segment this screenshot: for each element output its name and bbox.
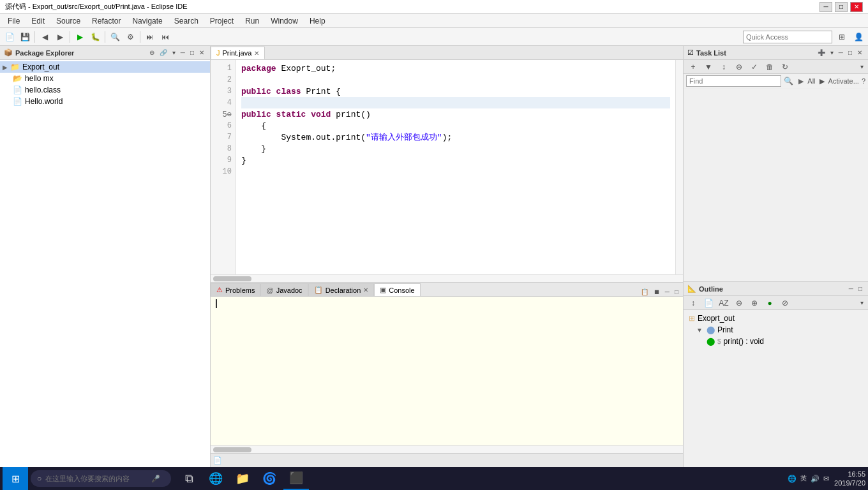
outline-method[interactable]: ⬤ $ print() : void	[686, 336, 865, 347]
taskbar-search[interactable]: ○ 🎤	[31, 470, 171, 487]
close-task-icon[interactable]: ✕	[855, 48, 864, 57]
quick-access-input[interactable]	[743, 31, 832, 43]
menu-project[interactable]: Project	[205, 15, 239, 27]
search-button[interactable]: 🔍	[108, 30, 122, 44]
task-new-btn[interactable]: +	[686, 60, 700, 74]
maximize-bottom[interactable]: □	[673, 288, 680, 296]
perspective-button[interactable]: 👤	[851, 30, 865, 44]
code-editor[interactable]: 1 2 3 4 5⊖ 6 7 8 9 10 package Exoprt_out…	[211, 60, 683, 274]
maximize-button[interactable]: □	[835, 2, 848, 12]
minimize-bottom[interactable]: ─	[663, 288, 671, 296]
tab-javadoc[interactable]: @ Javadoc	[260, 283, 308, 296]
outline-filter3-btn[interactable]: ⊘	[778, 296, 792, 310]
editor-tab-print-java[interactable]: J Print.java ✕	[211, 47, 265, 59]
tree-item-export-out[interactable]: ▶ 📁 Export_out	[0, 61, 210, 73]
console-toolbar-btn2[interactable]: ⏹	[652, 288, 662, 296]
menu-file[interactable]: File	[3, 15, 25, 27]
outline-filter1-btn[interactable]: ⊖	[732, 296, 746, 310]
outline-toolbar: ↕ 📄 AZ ⊖ ⊕ ● ⊘ ▾	[684, 296, 868, 310]
tab-declaration[interactable]: 📋 Declaration ✕	[308, 283, 375, 296]
link-editor-icon[interactable]: 🔗	[158, 48, 169, 57]
task-filter-btn[interactable]: ▼	[701, 60, 715, 74]
outline-green-btn[interactable]: ●	[763, 296, 777, 310]
outline-package[interactable]: ⊞ Exoprt_out	[686, 313, 865, 324]
search-icon[interactable]: 🔍	[784, 77, 793, 85]
task-mark-btn[interactable]: ✓	[747, 60, 761, 74]
refactor-button[interactable]: ⚙	[123, 30, 137, 44]
code-content[interactable]: package Exoprt_out; public class Print {…	[236, 60, 675, 274]
outline-sort-btn[interactable]: ↕	[686, 296, 700, 310]
new-button[interactable]: 📄	[3, 30, 17, 44]
next-button[interactable]: ⏭	[143, 30, 157, 44]
maximize-task-icon[interactable]: □	[846, 48, 854, 57]
close-icon[interactable]: ✕	[363, 286, 368, 293]
find-bar: 🔍 ▶ All ▶ Activate... ?	[684, 74, 868, 89]
minimize-button[interactable]: ─	[819, 2, 832, 12]
clock[interactable]: 16:55 2019/7/20	[834, 470, 865, 488]
taskbar-app-taskview[interactable]: ⧉	[176, 467, 202, 490]
task-sort-btn[interactable]: ↕	[717, 60, 731, 74]
outline-controls: ─ □	[847, 285, 864, 293]
console-toolbar-btn1[interactable]: 📋	[639, 288, 650, 296]
tab-problems[interactable]: ⚠ Problems	[211, 283, 260, 296]
outline-menu-btn[interactable]: ▾	[858, 299, 865, 307]
close-button[interactable]: ✕	[850, 2, 863, 12]
taskbar-app-explorer[interactable]: 📁	[230, 467, 255, 490]
console-horizontal-scrollbar[interactable]	[211, 445, 683, 453]
minimize-panel-icon[interactable]: ─	[179, 48, 187, 57]
toolbar-separator-1	[34, 31, 35, 43]
maximize-panel-icon[interactable]: □	[188, 48, 196, 57]
task-menu-btn[interactable]: ▾	[858, 63, 865, 71]
menu-search[interactable]: Search	[169, 15, 204, 27]
taskbar-app-browser[interactable]: 🌐	[203, 467, 228, 490]
maximize-outline-icon[interactable]: □	[857, 285, 864, 293]
activate-label[interactable]: Activate...	[828, 77, 859, 85]
taskbar-search-input[interactable]	[45, 475, 147, 482]
outline-az-btn[interactable]: AZ	[717, 296, 731, 310]
outline-class[interactable]: ▼ ⬤ Print	[686, 324, 865, 336]
editor-horizontal-scrollbar[interactable]	[211, 274, 683, 282]
minimize-outline-icon[interactable]: ─	[847, 285, 855, 293]
console-content[interactable]	[211, 297, 683, 445]
help-icon[interactable]: ?	[862, 77, 865, 85]
menu-refactor[interactable]: Refactor	[87, 15, 126, 27]
chevron-icon[interactable]: ▶	[798, 77, 804, 85]
menu-window[interactable]: Window	[266, 15, 303, 27]
taskbar-app-ie[interactable]: 🌀	[257, 467, 282, 490]
menu-icon[interactable]: ▾	[170, 48, 177, 57]
chevron-icon-2[interactable]: ▶	[819, 77, 825, 85]
menu-edit[interactable]: Edit	[26, 15, 50, 27]
open-perspective-button[interactable]: ⊞	[835, 30, 849, 44]
run-button[interactable]: ▶	[73, 30, 87, 44]
save-button[interactable]: 💾	[18, 30, 32, 44]
collapse-all-icon[interactable]: ⊖	[147, 48, 156, 57]
menu-navigate[interactable]: Navigate	[127, 15, 167, 27]
tree-item-hello-world[interactable]: 📄 Hello.world	[0, 96, 210, 107]
prev-button[interactable]: ⏮	[158, 30, 172, 44]
close-panel-icon[interactable]: ✕	[197, 48, 206, 57]
task-collapse-btn[interactable]: ⊖	[732, 60, 746, 74]
tree-item-hello-class[interactable]: 📄 hello.class	[0, 84, 210, 96]
minimize-task-icon[interactable]: ─	[837, 48, 845, 57]
find-input[interactable]	[686, 75, 781, 87]
editor-vertical-scrollbar[interactable]	[675, 60, 683, 274]
forward-button[interactable]: ▶	[53, 30, 67, 44]
filter-icon[interactable]: ▾	[828, 48, 835, 57]
task-refresh-btn[interactable]: ↻	[778, 60, 792, 74]
task-delete-btn[interactable]: 🗑	[763, 60, 777, 74]
menu-run[interactable]: Run	[240, 15, 264, 27]
tray-icon-network: 🌐	[788, 475, 797, 483]
menu-source[interactable]: Source	[51, 15, 86, 27]
back-button[interactable]: ◀	[38, 30, 52, 44]
tab-console[interactable]: ▣ Console	[374, 283, 420, 296]
menu-help[interactable]: Help	[304, 15, 331, 27]
add-task-icon[interactable]: ➕	[816, 48, 827, 57]
taskbar-app-eclipse[interactable]: ⬛	[283, 467, 309, 490]
tree-item-hello-mx[interactable]: 📂 hello mx	[0, 73, 210, 84]
debug-button[interactable]: 🐛	[88, 30, 102, 44]
close-icon[interactable]: ✕	[254, 50, 259, 57]
outline-filter2-btn[interactable]: ⊕	[747, 296, 761, 310]
all-label[interactable]: All	[807, 77, 815, 85]
start-button[interactable]: ⊞	[3, 467, 28, 490]
outline-copy-btn[interactable]: 📄	[701, 296, 715, 310]
